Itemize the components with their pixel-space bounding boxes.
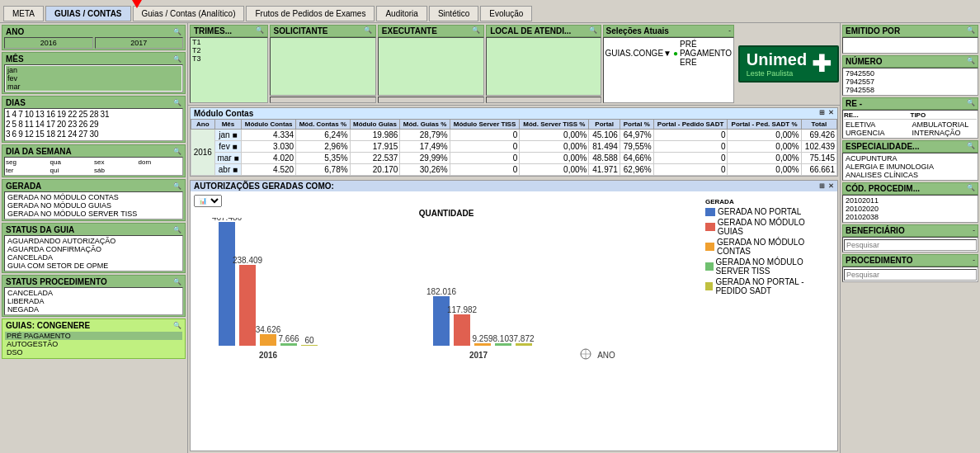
- proc-negada[interactable]: NEGADA: [6, 305, 181, 314]
- trimes-t1[interactable]: T1: [191, 38, 267, 46]
- mc-row-jan-mg: 19.986: [350, 130, 400, 141]
- cod-item-1[interactable]: 20102020: [844, 205, 977, 213]
- local-search-icon[interactable]: 🔍: [589, 26, 597, 35]
- meta-tab[interactable]: META: [3, 6, 44, 21]
- svg-rect-0: [219, 222, 235, 346]
- gerada-guias[interactable]: GERADA NO MÓDULO GUIAS: [6, 201, 181, 210]
- analitico-tab[interactable]: Guias / Contas (Analítico): [133, 6, 245, 21]
- mc-row-mar-mes[interactable]: mar ■: [214, 153, 242, 164]
- dias-search-icon[interactable]: 🔍: [173, 99, 181, 106]
- year-2016[interactable]: 2016: [4, 37, 93, 49]
- mc-col-mc: Módulo Contas: [242, 120, 296, 130]
- frutos-tab[interactable]: Frutos de Pedidos de Exames: [246, 6, 375, 21]
- mc-row-mar-sadt: 0: [653, 153, 728, 164]
- guias-autogestao[interactable]: AUTOGESTÃO: [5, 340, 182, 348]
- re-eletiva[interactable]: ELETIVA: [844, 120, 911, 129]
- gerada-search-icon[interactable]: 🔍: [173, 182, 181, 190]
- espec-item-1[interactable]: ALERGIA E IMUNOLOGIA: [844, 163, 977, 171]
- tipo-ambulatorial[interactable]: AMBULATORIAL: [911, 120, 978, 129]
- legend-guias: GERADA NO MÓDULO GUIAS: [705, 218, 831, 236]
- espec-item-2[interactable]: ANALISES CLÍNICAS: [844, 171, 977, 179]
- status-cancelada[interactable]: CANCELADA: [6, 253, 181, 262]
- mes-jan[interactable]: jan: [6, 66, 181, 74]
- gerada-server[interactable]: GERADA NO MÓDULO SERVER TISS: [6, 210, 181, 218]
- mes-fev[interactable]: fev: [6, 74, 181, 83]
- svg-rect-6: [280, 343, 297, 346]
- svg-text:182.016: 182.016: [426, 287, 457, 296]
- exec-title: EXECUTANTE: [382, 26, 437, 35]
- mc-col-portal-pct: Portal %: [620, 120, 653, 130]
- proc-minus-icon[interactable]: -: [973, 256, 975, 265]
- espec-search-icon[interactable]: 🔍: [967, 142, 975, 151]
- beneficiario-search[interactable]: [844, 239, 977, 251]
- ano-search-icon[interactable]: 🔍: [173, 28, 181, 35]
- auditoria-tab[interactable]: Auditoria: [376, 6, 426, 21]
- status-opme[interactable]: GUIA COM SETOR DE OPME: [6, 262, 181, 270]
- statusguia-search-icon[interactable]: 🔍: [173, 226, 181, 234]
- trimes-t3[interactable]: T3: [191, 54, 267, 63]
- guias-prepagamento[interactable]: PRÉ PAGAMENTO: [5, 332, 182, 340]
- guias-contas-tab[interactable]: GUIAS / CONTAS: [45, 6, 130, 21]
- chart-type-select[interactable]: 📊: [194, 195, 222, 207]
- mc-row-fev-mg-pct: 17,49%: [400, 141, 450, 153]
- chart-close-icon[interactable]: ✕: [828, 182, 834, 190]
- gerada-contas[interactable]: GERADA NO MÓDULO CONTAS: [6, 193, 181, 201]
- mc-col-ano: Ano: [191, 120, 215, 130]
- chart-quantity-label: QUANTIDADE: [194, 209, 699, 218]
- legend-portal: GERADA NO PORTAL: [705, 207, 831, 216]
- trimes-t2[interactable]: T2: [191, 46, 267, 54]
- re-urgencia[interactable]: URGENCIA: [844, 129, 911, 137]
- proc-liberada[interactable]: LIBERADA: [6, 297, 181, 305]
- trimes-search-icon[interactable]: 🔍: [256, 26, 264, 35]
- mes-mar[interactable]: mar: [6, 83, 181, 91]
- status-aguard-autor[interactable]: AGUARDANDO AUTORIZAÇÃO: [6, 237, 181, 245]
- mes-title: MÊS: [6, 54, 24, 64]
- sintetico-tab[interactable]: Sintético: [429, 6, 478, 21]
- tipo-internacao[interactable]: INTERNAÇÃO: [911, 129, 978, 137]
- chart-xl-icon[interactable]: ⊞: [819, 182, 825, 190]
- mc-row-abr-mes[interactable]: abr ■: [214, 164, 242, 176]
- diasemana-search-icon[interactable]: 🔍: [173, 148, 181, 155]
- numero-item-1[interactable]: 7942557: [844, 78, 977, 86]
- status-aguard-conf[interactable]: AGUARDA CONFIRMAÇÃO: [6, 245, 181, 253]
- statusproc-search-icon[interactable]: 🔍: [173, 278, 181, 285]
- diasemana-title: DIA DA SEMANA: [6, 147, 72, 156]
- cod-proc-title: CÓD. PROCEDIM...: [846, 184, 920, 193]
- year-2017[interactable]: 2017: [95, 37, 184, 49]
- mc-row-mar-mg: 22.537: [350, 153, 400, 164]
- selecoes-minus-icon[interactable]: -: [728, 26, 731, 35]
- cod-item-0[interactable]: 20102011: [844, 196, 977, 205]
- re-search-icon[interactable]: 🔍: [967, 99, 975, 108]
- svg-text:7.872: 7.872: [513, 334, 534, 343]
- exec-search-icon[interactable]: 🔍: [472, 26, 480, 35]
- emitido-search-icon[interactable]: 🔍: [967, 26, 975, 35]
- guias-dso[interactable]: DSO: [5, 348, 182, 356]
- dias-row1: 1471013161922252831: [6, 110, 181, 120]
- mc-row-jan-mes[interactable]: jan ■: [214, 130, 242, 141]
- guias-search-icon[interactable]: 🔍: [173, 322, 181, 329]
- re-col-header: RE...: [844, 111, 911, 119]
- mc-row-fev-mes[interactable]: fev ■: [214, 141, 242, 153]
- bar-chart-svg: 467.486 238.409 34.626 7.666 60: [194, 218, 648, 362]
- evolucao-tab[interactable]: Evolução: [480, 6, 532, 21]
- mc-row-fev-mc: 3.030: [242, 141, 296, 153]
- mc-row-jan-sadt-pct: 0,00%: [728, 130, 801, 141]
- solic-search-icon[interactable]: 🔍: [364, 26, 372, 35]
- mc-row-fev-mg: 17.915: [350, 141, 400, 153]
- cod-item-2[interactable]: 20102038: [844, 213, 977, 221]
- svg-rect-13: [454, 314, 470, 346]
- espec-item-0[interactable]: ACUPUNTURA: [844, 154, 977, 163]
- numero-item-2[interactable]: 7942558: [844, 86, 977, 94]
- procedimento-search[interactable]: [844, 269, 977, 281]
- numero-item-0[interactable]: 7942550: [844, 69, 977, 78]
- mes-search-icon[interactable]: 🔍: [173, 55, 181, 63]
- cod-search-icon[interactable]: 🔍: [967, 184, 975, 193]
- mc-xl-icon[interactable]: ⊞: [819, 109, 825, 118]
- mc-close-icon[interactable]: ✕: [828, 109, 834, 118]
- mc-row-abr-sadt: 0: [653, 164, 728, 176]
- mc-row-abr-portal: 41.971: [589, 164, 620, 176]
- proc-cancelada[interactable]: CANCELADA: [6, 289, 181, 297]
- svg-rect-19: [516, 343, 532, 346]
- benef-minus-icon[interactable]: -: [973, 226, 975, 235]
- numero-search-icon[interactable]: 🔍: [967, 57, 975, 66]
